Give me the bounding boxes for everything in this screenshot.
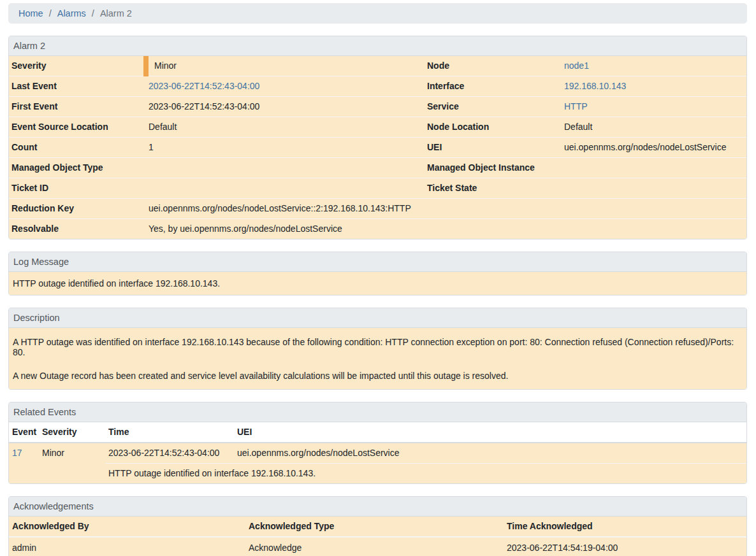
event-id-cell: 17 bbox=[9, 443, 39, 464]
last-event-link[interactable]: 2023-06-22T14:52:43-04:00 bbox=[149, 81, 259, 91]
breadcrumb-current: Alarm 2 bbox=[100, 8, 132, 18]
resolvable-label: Resolvable bbox=[9, 219, 146, 239]
breadcrumb: Home / Alarms / Alarm 2 bbox=[8, 3, 747, 24]
first-event-label: First Event bbox=[9, 97, 146, 117]
event-id-link[interactable]: 17 bbox=[12, 448, 22, 458]
related-events-panel-title: Related Events bbox=[9, 403, 746, 422]
alarm-detail-page: Home / Alarms / Alarm 2 Alarm 2 Severity… bbox=[0, 0, 756, 556]
description-panel: Description A HTTP outage was identified… bbox=[8, 308, 747, 390]
table-row: First Event 2023-06-22T14:52:43-04:00 Se… bbox=[9, 97, 746, 117]
table-row: admin Acknowledge 2023-06-22T14:54:19-04… bbox=[9, 537, 746, 556]
acknowledgements-panel: Acknowledgements Acknowledged By Acknowl… bbox=[8, 496, 747, 556]
table-row: Resolvable Yes, by uei.opennms.org/nodes… bbox=[9, 219, 746, 239]
time-column-header: Time bbox=[105, 422, 234, 443]
node-link[interactable]: node1 bbox=[564, 61, 589, 71]
last-event-label: Last Event bbox=[9, 76, 146, 97]
empty-cell bbox=[39, 464, 105, 484]
uei-label: UEI bbox=[425, 138, 562, 158]
time-acknowledged-cell: 2023-06-22T14:54:19-04:00 bbox=[504, 537, 746, 556]
breadcrumb-home-link[interactable]: Home bbox=[18, 8, 43, 18]
interface-value: 192.168.10.143 bbox=[562, 76, 746, 97]
node-location-label: Node Location bbox=[425, 117, 562, 138]
service-value: HTTP bbox=[562, 97, 746, 117]
severity-value: Minor bbox=[146, 56, 425, 76]
event-source-location-label: Event Source Location bbox=[9, 117, 146, 138]
node-label: Node bbox=[425, 56, 562, 76]
severity-column-header: Severity bbox=[39, 422, 105, 443]
log-message-text: HTTP outage identified on interface 192.… bbox=[9, 272, 746, 295]
last-event-value: 2023-06-22T14:52:43-04:00 bbox=[146, 76, 425, 97]
event-log-message-cell: HTTP outage identified on interface 192.… bbox=[105, 464, 746, 484]
count-label: Count bbox=[9, 138, 146, 158]
alarm-detail-panel: Alarm 2 Severity Minor Node node1 Last E… bbox=[8, 36, 747, 239]
acknowledged-by-column-header: Acknowledged By bbox=[9, 517, 245, 537]
managed-object-type-value bbox=[146, 158, 425, 178]
first-event-value: 2023-06-22T14:52:43-04:00 bbox=[146, 97, 425, 117]
count-value: 1 bbox=[146, 138, 425, 158]
acknowledged-type-column-header: Acknowledged Type bbox=[245, 517, 504, 537]
time-acknowledged-column-header: Time Acknowledged bbox=[504, 517, 746, 537]
table-row: Reduction Key uei.opennms.org/nodes/node… bbox=[9, 199, 746, 219]
managed-object-type-label: Managed Object Type bbox=[9, 158, 146, 178]
breadcrumb-alarms-link[interactable]: Alarms bbox=[57, 8, 86, 18]
description-panel-title: Description bbox=[9, 308, 746, 328]
severity-label: Severity bbox=[9, 56, 146, 76]
table-header-row: Event Severity Time UEI bbox=[9, 422, 746, 443]
ticket-id-label: Ticket ID bbox=[9, 178, 146, 199]
empty-cell bbox=[9, 464, 39, 484]
related-events-table: Event Severity Time UEI 17 Minor 2023-06… bbox=[9, 422, 746, 483]
clipped-text-fragment bbox=[132, 0, 170, 2]
table-row: Ticket ID Ticket State bbox=[9, 178, 746, 199]
acknowledged-by-cell: admin bbox=[9, 537, 245, 556]
acknowledged-type-cell: Acknowledge bbox=[245, 537, 504, 556]
description-paragraph: A HTTP outage was identified on interfac… bbox=[13, 337, 743, 357]
table-header-row: Acknowledged By Acknowledged Type Time A… bbox=[9, 517, 746, 537]
acknowledgements-panel-title: Acknowledgements bbox=[9, 497, 746, 517]
resolvable-value: Yes, by uei.opennms.org/nodes/nodeLostSe… bbox=[146, 219, 746, 239]
ticket-state-value bbox=[562, 178, 746, 199]
log-message-panel: Log Message HTTP outage identified on in… bbox=[8, 252, 747, 296]
interface-label: Interface bbox=[425, 76, 562, 97]
alarm-detail-table: Severity Minor Node node1 Last Event 202… bbox=[9, 56, 746, 239]
ticket-id-value bbox=[146, 178, 425, 199]
event-time-cell: 2023-06-22T14:52:43-04:00 bbox=[105, 443, 234, 464]
managed-object-instance-value bbox=[562, 158, 746, 178]
service-label: Service bbox=[425, 97, 562, 117]
description-paragraph: A new Outage record has been created and… bbox=[13, 371, 743, 381]
service-link[interactable]: HTTP bbox=[564, 101, 588, 111]
reduction-key-value: uei.opennms.org/nodes/nodeLostService::2… bbox=[146, 199, 746, 219]
log-message-panel-title: Log Message bbox=[9, 252, 746, 272]
node-value: node1 bbox=[562, 56, 746, 76]
table-row: Severity Minor Node node1 bbox=[9, 56, 746, 76]
description-body: A HTTP outage was identified on interfac… bbox=[9, 328, 746, 389]
table-row: Managed Object Type Managed Object Insta… bbox=[9, 158, 746, 178]
event-column-header: Event bbox=[9, 422, 39, 443]
alarm-panel-title: Alarm 2 bbox=[9, 36, 746, 56]
related-events-panel: Related Events Event Severity Time UEI 1… bbox=[8, 402, 747, 484]
table-row: HTTP outage identified on interface 192.… bbox=[9, 464, 746, 484]
event-source-location-value: Default bbox=[146, 117, 425, 138]
uei-value: uei.opennms.org/nodes/nodeLostService bbox=[562, 138, 746, 158]
breadcrumb-separator: / bbox=[43, 8, 57, 18]
table-row: Last Event 2023-06-22T14:52:43-04:00 Int… bbox=[9, 76, 746, 97]
interface-link[interactable]: 192.168.10.143 bbox=[564, 81, 626, 91]
acknowledgements-table: Acknowledged By Acknowledged Type Time A… bbox=[9, 517, 746, 556]
uei-column-header: UEI bbox=[234, 422, 746, 443]
ticket-state-label: Ticket State bbox=[425, 178, 562, 199]
managed-object-instance-label: Managed Object Instance bbox=[425, 158, 562, 178]
table-row: Event Source Location Default Node Locat… bbox=[9, 117, 746, 138]
reduction-key-label: Reduction Key bbox=[9, 199, 146, 219]
event-severity-cell: Minor bbox=[39, 443, 105, 464]
breadcrumb-separator: / bbox=[86, 8, 100, 18]
event-uei-cell: uei.opennms.org/nodes/nodeLostService bbox=[234, 443, 746, 464]
node-location-value: Default bbox=[562, 117, 746, 138]
table-row: 17 Minor 2023-06-22T14:52:43-04:00 uei.o… bbox=[9, 443, 746, 464]
table-row: Count 1 UEI uei.opennms.org/nodes/nodeLo… bbox=[9, 138, 746, 158]
